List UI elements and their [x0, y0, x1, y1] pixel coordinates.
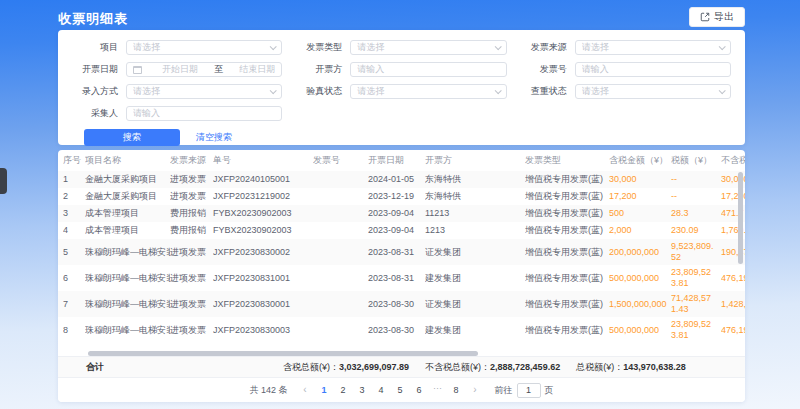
cell-amount-with-tax: 500,000,000 — [609, 273, 671, 284]
filter-field: 录入方式请选择 — [72, 84, 282, 99]
page-button-2[interactable]: 2 — [336, 383, 351, 398]
filter-field: 发票类型请选择 — [296, 40, 506, 55]
cell-invoice-type: 增值税专用发票(蓝) — [525, 325, 609, 336]
page-button-3[interactable]: 3 — [355, 383, 370, 398]
select-input[interactable]: 请选择 — [350, 40, 506, 55]
header-cell-project-name: 项目名称 — [85, 154, 170, 167]
page-button-4[interactable]: 4 — [374, 383, 389, 398]
input-placeholder: 请选择 — [357, 41, 494, 54]
table-row[interactable]: 8珠穆朗玛峰—电梯安装进项发票JXFP202308300032023-08-30… — [58, 317, 745, 343]
filter-field: 开票方请输入 — [296, 62, 506, 77]
table-header-row: 序号项目名称发票来源单号发票号开票日期开票方发票类型含税金额（¥）税额（¥）不含… — [58, 150, 745, 171]
input-placeholder: 请选择 — [357, 85, 494, 98]
cell-index: 1 — [63, 174, 85, 185]
text-input[interactable]: 请输入 — [350, 62, 506, 77]
filter-row: 采集人请输入 — [72, 103, 731, 124]
filter-field: 开票日期开始日期至结束日期 — [72, 62, 282, 77]
cell-issue-date: 2023-08-30 — [368, 325, 425, 336]
cell-issue-date: 2023-08-31 — [368, 247, 425, 258]
text-input[interactable]: 请输入 — [126, 106, 282, 121]
input-placeholder: 请输入 — [582, 63, 724, 76]
summary-row: 合计 含税总额(¥)：3,032,699,097.89不含税总额(¥)：2,88… — [58, 356, 745, 378]
cell-amount-with-tax: 17,200 — [609, 191, 671, 202]
cell-index: 6 — [63, 273, 85, 284]
drawer-toggle-handle[interactable] — [0, 168, 7, 194]
clear-search-button[interactable]: 清空搜索 — [196, 131, 232, 144]
export-button[interactable]: 导出 — [689, 7, 745, 27]
cell-amount-with-tax: 500 — [609, 208, 671, 219]
input-placeholder: 请选择 — [133, 41, 270, 54]
cell-issuer: 东海特供 — [425, 174, 525, 185]
table-row[interactable]: 1金融大厦采购项目进项发票JXFP202401050012024-01-05东海… — [58, 171, 745, 188]
cell-index: 4 — [63, 225, 85, 236]
filter-row: 录入方式请选择验真状态请选择查重状态请选择 — [72, 81, 731, 102]
table-row[interactable]: 4成本管理项目费用报销FYBX202309020032023-09-041213… — [58, 222, 745, 239]
cell-invoice-type: 增值税专用发票(蓝) — [525, 208, 609, 219]
cell-amount-with-tax: 500,000,000 — [609, 325, 671, 336]
page-button-8[interactable]: 8 — [449, 383, 464, 398]
page-button-5[interactable]: 5 — [393, 383, 408, 398]
input-placeholder: 请选择 — [133, 85, 270, 98]
select-input[interactable]: 请选择 — [126, 40, 282, 55]
chevron-down-icon — [494, 43, 501, 50]
cell-amount-without-tax: 476,190,476.19 — [721, 273, 745, 284]
filter-field: 采集人请输入 — [72, 106, 282, 121]
filter-field: 发票来源请选择 — [521, 40, 731, 55]
search-button[interactable]: 搜索 — [84, 129, 180, 146]
header-cell-amount-with-tax: 含税金额（¥） — [609, 154, 671, 167]
summary-item: 总税额(¥)：143,970,638.28 — [576, 361, 686, 374]
select-input[interactable]: 请选择 — [350, 84, 506, 99]
cell-invoice-source: 进项发票 — [170, 191, 213, 202]
export-label: 导出 — [714, 10, 734, 24]
header-cell-issue-date: 开票日期 — [368, 154, 425, 167]
table-row[interactable]: 2金融大厦采购项目进项发票JXFP202312190022023-12-19东海… — [58, 188, 745, 205]
page-button-6[interactable]: 6 — [412, 383, 427, 398]
cell-issue-date: 2024-01-05 — [368, 174, 425, 185]
cell-issuer: 1213 — [425, 225, 525, 236]
cell-invoice-type: 增值税专用发票(蓝) — [525, 299, 609, 310]
total-value: 143,970,638.28 — [623, 362, 686, 372]
prev-page-button[interactable]: ‹ — [299, 383, 312, 397]
input-placeholder: 请输入 — [133, 107, 275, 120]
table-body: 1金融大厦采购项目进项发票JXFP202401050012024-01-05东海… — [58, 171, 745, 343]
page-button-1[interactable]: 1 — [317, 383, 332, 398]
filter-field-label: 开票日期 — [72, 63, 126, 76]
table-row[interactable]: 5珠穆朗玛峰—电梯安装进项发票JXFP202308300022023-08-31… — [58, 239, 745, 265]
table-row[interactable]: 3成本管理项目费用报销FYBX202309020032023-09-041121… — [58, 205, 745, 222]
filter-field-label: 查重状态 — [521, 85, 575, 98]
cell-issuer: 建发集团 — [425, 325, 525, 336]
vertical-scrollbar[interactable] — [738, 172, 743, 264]
input-placeholder: 请输入 — [357, 63, 499, 76]
cell-amount-without-tax: 1,428,571,428.57 — [721, 299, 745, 310]
cell-issue-date: 2023-12-19 — [368, 191, 425, 202]
select-input[interactable]: 请选择 — [126, 84, 282, 99]
cell-invoice-source: 进项发票 — [170, 247, 213, 258]
daterange-input[interactable]: 开始日期至结束日期 — [126, 62, 282, 77]
cell-doc-no: FYBX20230902003 — [213, 208, 313, 219]
table-row[interactable]: 6珠穆朗玛峰—电梯安装进项发票JXFP202308310012023-08-31… — [58, 265, 745, 291]
date-end-placeholder: 结束日期 — [239, 63, 275, 76]
cell-doc-no: JXFP20230831001 — [213, 273, 313, 284]
cell-index: 2 — [63, 191, 85, 202]
cell-tax-amount: 71,428,571.43 — [671, 293, 721, 315]
cell-doc-no: JXFP20231219002 — [213, 191, 313, 202]
cell-amount-with-tax: 30,000 — [609, 174, 671, 185]
chevron-down-icon — [719, 87, 726, 94]
cell-issuer: 证发集团 — [425, 247, 525, 258]
select-input[interactable]: 请选择 — [575, 84, 731, 99]
goto-suffix: 页 — [545, 384, 554, 397]
date-separator: 至 — [214, 63, 223, 76]
filter-field-label: 录入方式 — [72, 85, 126, 98]
next-page-button[interactable]: › — [469, 383, 482, 397]
goto-page-input[interactable] — [517, 383, 541, 398]
select-input[interactable]: 请选择 — [575, 40, 731, 55]
cell-invoice-source: 费用报销 — [170, 208, 213, 219]
text-input[interactable]: 请输入 — [575, 62, 731, 77]
table-row[interactable]: 7珠穆朗玛峰—电梯安装进项发票JXFP202308300012023-08-30… — [58, 291, 745, 317]
chevron-down-icon — [494, 87, 501, 94]
cell-issuer: 东海特供 — [425, 191, 525, 202]
cell-invoice-source: 费用报销 — [170, 225, 213, 236]
cell-invoice-type: 增值税专用发票(蓝) — [525, 273, 609, 284]
export-icon — [700, 12, 710, 22]
filter-row: 项目请选择发票类型请选择发票来源请选择 — [72, 37, 731, 58]
